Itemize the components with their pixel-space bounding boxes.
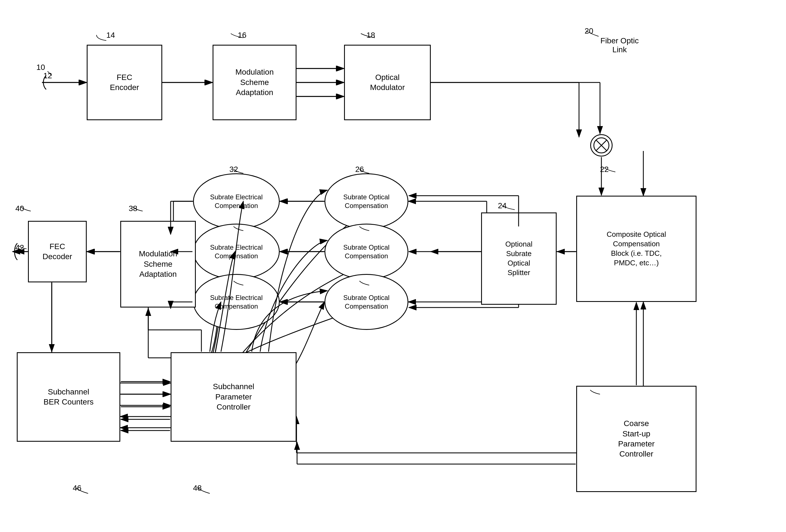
ref-32: 32 <box>229 165 238 174</box>
optional-splitter-block: OptionalSubrateOpticalSplitter <box>481 213 557 305</box>
ref-18: 18 <box>366 31 375 40</box>
mod-scheme-top-label: ModulationSchemeAdaptation <box>235 67 274 98</box>
splice-connector <box>590 134 612 156</box>
sub-elec-32-block: Subrate ElectricalCompensation <box>193 173 280 229</box>
ref-24: 24 <box>498 201 507 210</box>
subchannel-param-label: SubchannelParameterController <box>213 382 254 412</box>
mod-scheme-top-block: ModulationSchemeAdaptation <box>213 45 297 120</box>
ref-48: 48 <box>193 484 202 492</box>
sub-optical-30-block: Subrate OpticalCompensation <box>324 274 408 330</box>
mod-scheme-bot-block: ModulationSchemeAdaptation <box>120 221 196 308</box>
sub-optical-28-label: Subrate OpticalCompensation <box>343 243 389 260</box>
ref-42: 42 <box>15 243 24 252</box>
sub-elec-36-block: Subrate ElectricalCompensation <box>193 274 280 330</box>
sub-optical-30-label: Subrate OpticalCompensation <box>343 293 389 311</box>
optical-modulator-block: OpticalModulator <box>344 45 431 120</box>
ref-16: 16 <box>238 31 247 40</box>
ref-22: 22 <box>600 165 609 174</box>
sub-elec-34-block: Subrate ElectricalCompensation <box>193 224 280 280</box>
fec-decoder-block: FECDecoder <box>28 221 87 282</box>
fec-decoder-label: FECDecoder <box>43 242 72 262</box>
fiber-optic-label: Fiber OpticLink <box>585 37 654 54</box>
subchannel-ber-label: SubchannelBER Counters <box>44 387 94 407</box>
mod-scheme-bot-label: ModulationSchemeAdaptation <box>139 249 177 279</box>
ref-38: 38 <box>129 204 137 213</box>
coarse-startup-block: CoarseStart-upParameterController <box>576 386 696 492</box>
optional-splitter-label: OptionalSubrateOpticalSplitter <box>505 240 533 277</box>
ref-40: 40 <box>15 204 24 213</box>
ref-46: 46 <box>73 484 82 492</box>
sub-optical-26-block: Subrate OpticalCompensation <box>324 173 408 229</box>
fec-encoder-label: FECEncoder <box>110 72 139 93</box>
ref-14: 14 <box>106 31 115 40</box>
subchannel-param-block: SubchannelParameterController <box>170 352 297 442</box>
fec-encoder-block: FECEncoder <box>87 45 162 120</box>
ref-20: 20 <box>585 27 593 35</box>
ref-10: 10 <box>37 63 45 72</box>
sub-elec-36-label: Subrate ElectricalCompensation <box>210 293 263 311</box>
subchannel-ber-block: SubchannelBER Counters <box>17 352 120 442</box>
composite-block: Composite OpticalCompensationBlock (i.e.… <box>576 196 696 302</box>
optical-modulator-label: OpticalModulator <box>370 72 405 93</box>
sub-elec-32-label: Subrate ElectricalCompensation <box>210 193 263 210</box>
coarse-startup-label: CoarseStart-upParameterController <box>618 418 655 459</box>
composite-label: Composite OpticalCompensationBlock (i.e.… <box>607 230 666 268</box>
ref-12: 12 <box>43 71 52 80</box>
sub-elec-34-label: Subrate ElectricalCompensation <box>210 243 263 260</box>
sub-optical-26-label: Subrate OpticalCompensation <box>343 193 389 210</box>
ref-26: 26 <box>355 165 364 174</box>
sub-optical-28-block: Subrate OpticalCompensation <box>324 224 408 280</box>
